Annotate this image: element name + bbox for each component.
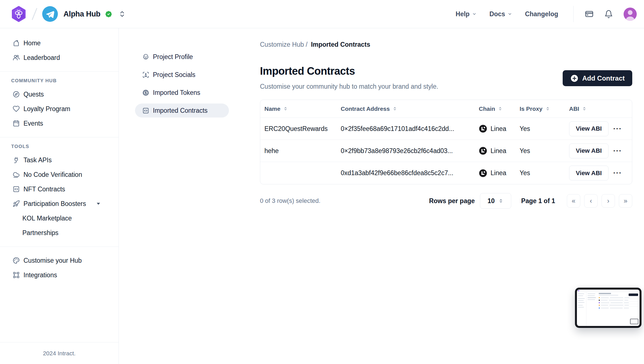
- plug-icon: [13, 156, 20, 164]
- cell-contract-address: 0×2f35fee68a69c17101adf4c416c2dd...: [337, 125, 475, 133]
- sidebar-item-label: Integrations: [23, 271, 57, 279]
- sidebar-item-label: NFT Contracts: [23, 185, 65, 193]
- help-menu[interactable]: Help: [456, 10, 477, 18]
- user-frame-icon: [142, 71, 149, 78]
- subnav-item-project-profile[interactable]: Project Profile: [135, 50, 229, 64]
- rocket-icon: [13, 200, 20, 207]
- divider-slash: [32, 8, 37, 20]
- subnav-item-imported-tokens[interactable]: Imported Tokens: [135, 86, 229, 100]
- cell-is-proxy: Yes: [515, 169, 565, 177]
- caret-down-icon: [95, 201, 101, 207]
- subnav-item-project-socials[interactable]: Project Socials: [135, 68, 229, 82]
- column-header[interactable]: ABI: [565, 105, 632, 112]
- page-nav-button[interactable]: ‹: [584, 194, 598, 208]
- topbar-divider: [573, 6, 574, 22]
- linea-chain-icon: [479, 169, 487, 177]
- breadcrumb: Customize Hub / Imported Contracts: [260, 41, 370, 48]
- sort-icon: [582, 106, 587, 111]
- docs-menu[interactable]: Docs: [489, 10, 512, 18]
- sidebar: Home Leaderboard COMMUNITY HUB Quests Lo…: [0, 28, 119, 364]
- page-nav-button[interactable]: ›: [602, 194, 615, 208]
- sidebar-item-label: No Code Verification: [23, 171, 82, 179]
- sidebar-item-label: Customise your Hub: [23, 257, 82, 264]
- column-header[interactable]: Chain: [475, 105, 515, 112]
- breadcrumb-current: Imported Contracts: [311, 41, 370, 48]
- view-abi-button[interactable]: View ABI: [569, 144, 609, 158]
- cell-abi: View ABI ···: [565, 121, 632, 136]
- sidebar-item-label: Task APIs: [23, 156, 52, 164]
- linea-chain-icon: [479, 125, 487, 133]
- plus-circle-icon: [570, 74, 579, 83]
- add-contract-button[interactable]: Add Contract: [563, 70, 632, 86]
- sidebar-item-nft-contracts[interactable]: NFT Contracts: [0, 182, 119, 196]
- page-nav-button[interactable]: »: [619, 194, 632, 208]
- table-header-row: Name Contract Address Chain Is Proxy: [260, 100, 632, 118]
- subnav-item-label: Imported Tokens: [153, 89, 200, 97]
- sidebar-item-label: Home: [23, 39, 41, 47]
- chevron-down-icon: [508, 12, 512, 16]
- cell-name: hehe: [260, 147, 337, 155]
- preview-nested-thumbnail: [630, 319, 638, 324]
- app-root: Alpha Hub Help Docs Changelog: [0, 0, 644, 364]
- row-actions-ellipsis-icon[interactable]: ···: [613, 169, 622, 177]
- table-row[interactable]: 0xd1a3abf42f9e66be86cfdea8c5c2c7... Line…: [260, 162, 632, 184]
- sidebar-item-customise-your-hub[interactable]: Customise your Hub: [0, 253, 119, 268]
- sidebar-divider: [0, 71, 119, 72]
- dollar-coin-icon: [142, 89, 149, 96]
- topbar-right: Help Docs Changelog: [456, 6, 637, 22]
- cell-chain: Linea: [475, 125, 515, 133]
- billing-card-icon[interactable]: [585, 10, 594, 18]
- sidebar-item-participation-boosters[interactable]: Participation Boosters: [0, 196, 119, 211]
- breadcrumb-parent[interactable]: Customize Hub: [260, 41, 304, 48]
- cloud-icon: [13, 171, 20, 178]
- sort-icon: [392, 106, 397, 111]
- sidebar-item-loyalty-program[interactable]: Loyalty Program: [0, 102, 119, 116]
- column-header[interactable]: Name: [260, 105, 337, 112]
- heart-icon: [13, 105, 20, 112]
- sidebar-item-quests[interactable]: Quests: [0, 87, 119, 102]
- table-row[interactable]: hehe 0×2f9bb73a8e98793e26cb2f6c4ad03... …: [260, 140, 632, 162]
- rows-per-page-select[interactable]: 10: [480, 193, 511, 209]
- column-header[interactable]: Is Proxy: [515, 105, 565, 112]
- changelog-link[interactable]: Changelog: [525, 10, 558, 18]
- cell-is-proxy: Yes: [515, 125, 565, 133]
- page-title: Imported Contracts: [260, 65, 355, 77]
- intract-logo-icon[interactable]: [11, 6, 27, 22]
- row-actions-ellipsis-icon[interactable]: ···: [613, 147, 622, 155]
- sidebar-section-community-hub: COMMUNITY HUB: [0, 78, 119, 84]
- sidebar-item-events[interactable]: Events: [0, 116, 119, 131]
- subnav-item-imported-contracts[interactable]: Imported Contracts: [135, 104, 229, 118]
- page-nav-button[interactable]: «: [567, 194, 580, 208]
- chevrons-up-down-icon: [498, 198, 503, 203]
- sidebar-item-partnerships[interactable]: Partnerships: [0, 226, 119, 240]
- workspace-switcher-icon[interactable]: [119, 10, 126, 18]
- row-actions-ellipsis-icon[interactable]: ···: [613, 125, 622, 133]
- breadcrumb-separator: /: [306, 41, 307, 48]
- table-footer: 0 of 3 row(s) selected. Rows per page 10…: [260, 193, 632, 209]
- workspace-name: Alpha Hub: [63, 10, 100, 18]
- column-header[interactable]: Contract Address: [337, 105, 475, 112]
- preview-thumbnail-screen: [577, 290, 640, 326]
- sidebar-item-task-apis[interactable]: Task APIs: [0, 153, 119, 167]
- notifications-bell-icon[interactable]: [604, 10, 613, 18]
- user-avatar[interactable]: [624, 8, 637, 21]
- sidebar-item-home[interactable]: Home: [0, 36, 119, 50]
- view-abi-button[interactable]: View ABI: [569, 166, 609, 180]
- sort-icon: [545, 106, 550, 111]
- cell-abi: View ABI ···: [565, 166, 632, 180]
- verified-badge-icon: [105, 10, 112, 18]
- sidebar-item-leaderboard[interactable]: Leaderboard: [0, 50, 119, 65]
- sidebar-item-label: Events: [23, 120, 43, 127]
- code-box-icon: [13, 185, 20, 193]
- sidebar-item-no-code-verification[interactable]: No Code Verification: [0, 167, 119, 182]
- view-abi-button[interactable]: View ABI: [569, 121, 609, 136]
- sidebar-item-label: KOL Marketplace: [22, 215, 72, 222]
- sidebar-section-tools: TOOLS: [0, 144, 119, 149]
- sidebar-item-kol-marketplace[interactable]: KOL Marketplace: [0, 211, 119, 226]
- compass-icon: [13, 91, 20, 98]
- calendar-icon: [13, 120, 20, 127]
- table-row[interactable]: ERC20QuestRewards 0×2f35fee68a69c17101ad…: [260, 118, 632, 140]
- pagination-controls: Rows per page 10 Page 1 of 1 « ‹ › »: [429, 193, 632, 209]
- subnav-item-label: Imported Contracts: [153, 107, 208, 114]
- sidebar-item-integrations[interactable]: Integrations: [0, 268, 119, 282]
